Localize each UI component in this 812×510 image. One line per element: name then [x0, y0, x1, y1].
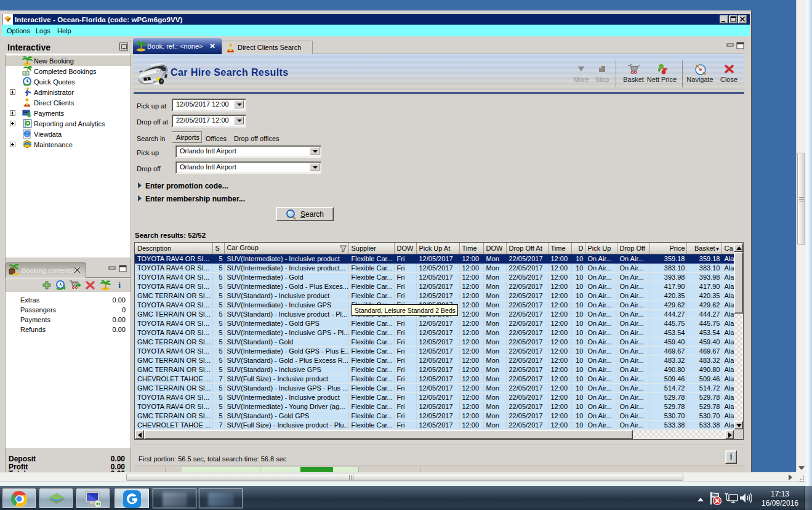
svg-text:$: $: [27, 111, 31, 118]
